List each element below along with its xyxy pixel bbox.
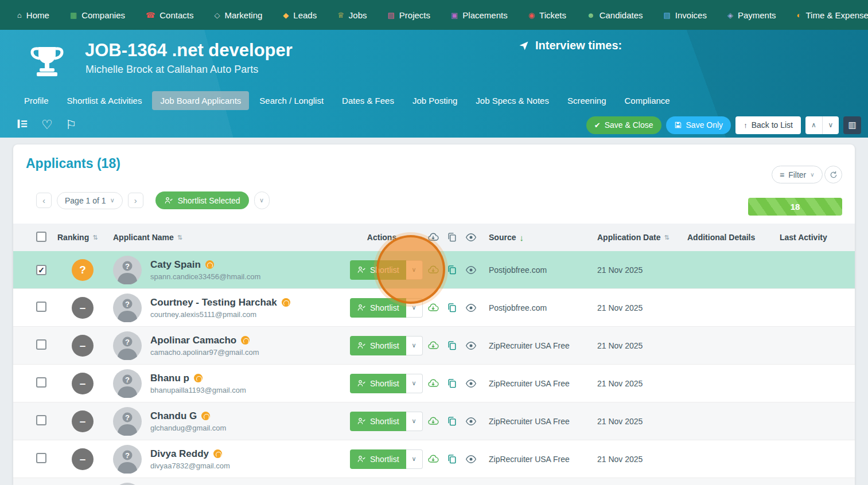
layout-columns-button[interactable]: ▥ — [843, 116, 861, 134]
nav-item-marketing[interactable]: ◇Marketing — [214, 10, 262, 20]
nav-item-candidates[interactable]: ☻Candidates — [587, 10, 643, 20]
page-selector[interactable]: Page 1 of 1∨ — [57, 192, 123, 209]
ranking-badge[interactable]: ? — [72, 259, 94, 281]
shortlist-button[interactable]: Shortlist — [350, 374, 406, 393]
sidebar-toggle-icon[interactable] — [16, 118, 29, 132]
save-only-button[interactable]: Save Only — [666, 116, 731, 134]
chevron-down-icon: ∨ — [110, 197, 115, 204]
download-resume-icon[interactable] — [427, 264, 439, 276]
row-checkbox[interactable] — [36, 377, 46, 388]
shortlist-button[interactable]: Shortlist — [350, 260, 406, 280]
sort-icon[interactable]: ⇅ — [664, 234, 669, 241]
shortlist-selected-button[interactable]: Shortlist Selected — [155, 191, 249, 209]
next-page-button[interactable]: › — [128, 193, 143, 208]
copy-icon[interactable] — [446, 416, 458, 427]
shortlist-dropdown[interactable]: ∨ — [406, 374, 423, 393]
person-check-icon — [357, 341, 366, 350]
shortlist-dropdown[interactable]: ∨ — [406, 412, 423, 431]
favorite-heart-icon[interactable]: ♡ — [41, 119, 53, 131]
nav-item-payments[interactable]: ◈Payments — [727, 10, 776, 20]
send-icon — [518, 40, 530, 52]
copy-icon[interactable] — [446, 378, 458, 389]
flag-icon[interactable]: ⚐ — [65, 119, 77, 131]
back-to-list-button[interactable]: ↑Back to List — [735, 116, 801, 134]
refresh-button[interactable] — [824, 166, 842, 183]
tab-shortlist-activities[interactable]: Shortlist & Activities — [59, 91, 150, 110]
view-icon[interactable] — [465, 453, 477, 465]
view-icon[interactable] — [465, 264, 477, 276]
sort-icon[interactable]: ⇅ — [92, 234, 98, 241]
source-header[interactable]: Source — [489, 233, 516, 242]
ranking-badge[interactable]: – — [72, 297, 94, 319]
download-resume-icon[interactable] — [427, 416, 439, 427]
last-activity-header: Last Activity — [780, 233, 827, 242]
previous-record-button[interactable]: ∧ — [805, 116, 822, 134]
row-checkbox[interactable] — [36, 302, 46, 312]
nav-item-placements[interactable]: ▣Placements — [451, 10, 508, 20]
row-checkbox[interactable] — [36, 453, 46, 463]
applicant-name[interactable]: Divya Reddy — [150, 448, 209, 460]
nav-item-home[interactable]: ⌂Home — [17, 10, 49, 20]
nav-item-companies[interactable]: ▦Companies — [70, 10, 125, 20]
download-resume-icon[interactable] — [427, 302, 439, 314]
nav-item-projects[interactable]: ▤Projects — [388, 10, 430, 20]
shortlist-dropdown[interactable]: ∨ — [406, 260, 423, 280]
nav-item-invoices[interactable]: ▤Invoices — [664, 10, 707, 20]
shortlist-selected-dropdown[interactable]: ∨ — [254, 191, 270, 209]
tab-compliance[interactable]: Compliance — [616, 91, 678, 110]
ranking-badge[interactable]: – — [72, 448, 94, 470]
download-resume-icon[interactable] — [427, 340, 439, 351]
sort-descending-icon[interactable]: ↓ — [519, 233, 524, 242]
shortlist-dropdown[interactable]: ∨ — [406, 298, 423, 318]
ranking-header[interactable]: Ranking — [57, 233, 89, 242]
nav-item-tickets[interactable]: ◉Tickets — [528, 10, 566, 20]
nav-item-jobs[interactable]: ♕Jobs — [337, 10, 367, 20]
applicant-name[interactable]: Bhanu p — [150, 373, 189, 384]
applicant-name[interactable]: Courtney - Testing Harchak — [150, 297, 277, 308]
applicant-name[interactable]: Caty Spain — [150, 259, 201, 271]
view-icon[interactable] — [465, 340, 477, 351]
tab-screening[interactable]: Screening — [559, 91, 614, 110]
copy-icon[interactable] — [446, 453, 458, 465]
tab-job-specs-notes[interactable]: Job Specs & Notes — [468, 91, 557, 110]
save-and-close-button[interactable]: ✔Save & Close — [586, 116, 661, 134]
applicant-name[interactable]: Apolinar Camacho — [150, 335, 236, 346]
previous-page-button[interactable]: ‹ — [36, 193, 52, 208]
ranking-badge[interactable]: – — [72, 410, 94, 432]
view-icon[interactable] — [465, 378, 477, 389]
shortlist-button[interactable]: Shortlist — [350, 449, 406, 469]
row-checkbox[interactable] — [36, 339, 46, 350]
row-checkbox[interactable] — [36, 265, 46, 275]
shortlist-button[interactable]: Shortlist — [350, 336, 406, 355]
view-icon[interactable] — [465, 416, 477, 427]
application-date-header[interactable]: Application Date — [597, 233, 660, 242]
filter-button[interactable]: ≡ Filter ∨ — [772, 166, 823, 183]
tab-dates-fees[interactable]: Dates & Fees — [334, 91, 402, 110]
tab-profile[interactable]: Profile — [16, 91, 57, 110]
applicant-name-header[interactable]: Applicant Name — [113, 233, 174, 242]
ranking-badge[interactable]: – — [72, 373, 94, 394]
select-all-checkbox[interactable] — [36, 232, 46, 242]
nav-item-leads[interactable]: ◆Leads — [283, 10, 317, 20]
download-resume-icon[interactable] — [427, 453, 439, 465]
shortlist-button[interactable]: Shortlist — [350, 298, 406, 318]
applicant-name[interactable]: Chandu G — [150, 410, 197, 422]
shortlist-button[interactable]: Shortlist — [350, 412, 406, 431]
shortlist-dropdown[interactable]: ∨ — [406, 336, 423, 355]
next-record-button[interactable]: ∨ — [822, 116, 839, 134]
nav-item-time-expense[interactable]: ◐Time & Expense — [797, 10, 868, 20]
download-resume-icon[interactable] — [427, 378, 439, 389]
table-row: – Apolinar Camacho camacho.apolinar97@gm… — [13, 327, 855, 365]
copy-icon[interactable] — [446, 340, 458, 351]
row-checkbox[interactable] — [36, 415, 46, 425]
copy-icon[interactable] — [446, 302, 458, 314]
view-icon[interactable] — [465, 302, 477, 314]
copy-icon[interactable] — [446, 264, 458, 276]
sort-icon[interactable]: ⇅ — [177, 234, 182, 241]
tab-search-longlist[interactable]: Search / Longlist — [251, 91, 332, 110]
nav-item-contacts[interactable]: ☎Contacts — [146, 10, 193, 20]
ranking-badge[interactable]: – — [72, 335, 94, 357]
shortlist-dropdown[interactable]: ∨ — [406, 449, 423, 469]
tab-job-posting[interactable]: Job Posting — [404, 91, 465, 110]
tab-job-board-applicants[interactable]: Job Board Applicants — [152, 91, 249, 110]
